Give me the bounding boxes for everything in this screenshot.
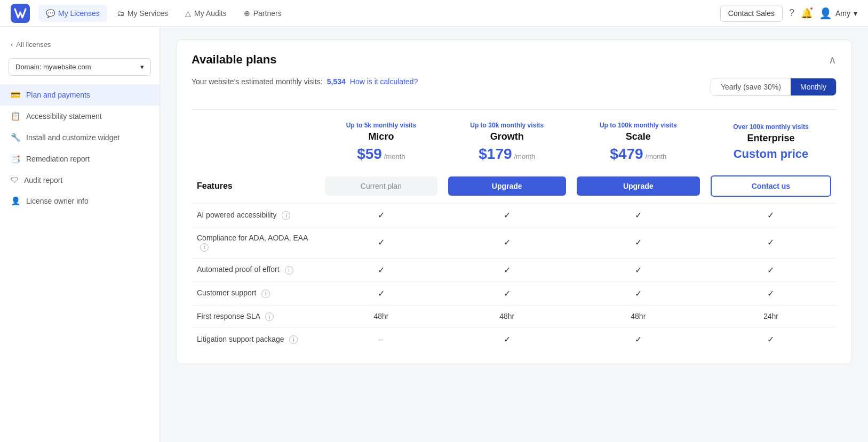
feature-cell-1-0: ✓: [320, 227, 443, 259]
sidebar-item-widget[interactable]: 🔧 Install and customize widget: [0, 127, 160, 148]
avatar-icon: 👤: [819, 7, 832, 20]
nav-links: 💬 My Licenses 🗂 My Services △ My Audits …: [38, 5, 720, 22]
contact-sales-button[interactable]: Contact Sales: [720, 5, 783, 22]
contact-us-button[interactable]: Contact us: [711, 175, 831, 197]
feature-cell-4-0: 48hr: [320, 305, 443, 328]
feature-cell-3-3: ✓: [705, 282, 837, 305]
table-row: Litigation support package i–✓✓✓: [192, 328, 837, 351]
checkmark-icon: ✓: [767, 289, 774, 298]
feature-cell-5-0: –: [320, 328, 443, 351]
audit-icon: 🛡: [11, 175, 19, 184]
feature-cell-2-1: ✓: [443, 258, 571, 282]
user-menu-button[interactable]: 👤 Amy ▾: [819, 7, 857, 20]
table-row: AI powered accessibility i✓✓✓✓: [192, 204, 837, 227]
checkmark-icon: ✓: [635, 238, 642, 247]
sidebar-item-remediation[interactable]: 📑 Remediation report: [0, 148, 160, 170]
checkmark-icon: ✓: [767, 238, 774, 247]
report-icon: 📑: [11, 154, 21, 164]
divider: [192, 109, 837, 110]
nav-my-audits[interactable]: △ My Audits: [178, 5, 234, 22]
feature-cell-0-0: ✓: [320, 204, 443, 227]
feature-cell-2-2: ✓: [571, 258, 705, 282]
checkmark-icon: ✓: [767, 211, 774, 220]
checkmark-icon: ✓: [635, 289, 642, 298]
info-icon[interactable]: i: [200, 243, 209, 252]
checkmark-icon: ✓: [504, 289, 511, 298]
collapse-button[interactable]: ∧: [829, 53, 837, 66]
statement-icon: 📋: [11, 111, 21, 121]
sidebar: ‹ All licenses Domain: mywebsite.com ▾ 💳…: [0, 27, 160, 442]
top-navigation: 💬 My Licenses 🗂 My Services △ My Audits …: [0, 0, 868, 27]
checkmark-icon: ✓: [504, 211, 511, 220]
billing-monthly-option[interactable]: Monthly: [791, 78, 836, 95]
feature-cell-0-1: ✓: [443, 204, 571, 227]
app-logo[interactable]: [11, 4, 30, 23]
checkmark-icon: ✓: [378, 289, 385, 298]
feature-cell-5-2: ✓: [571, 328, 705, 351]
feature-cell-2-3: ✓: [705, 258, 837, 282]
checkmark-icon: ✓: [504, 238, 511, 247]
dash-icon: –: [379, 335, 384, 344]
plan-enterprise-btn-cell: Contact us: [705, 169, 837, 204]
upgrade-growth-button[interactable]: Upgrade: [448, 176, 566, 196]
feature-cell-4-3: 24hr: [705, 305, 837, 328]
feature-cell-3-2: ✓: [571, 282, 705, 305]
feature-cell-0-2: ✓: [571, 204, 705, 227]
how-calculated-link[interactable]: How is it calculated?: [350, 77, 418, 86]
plan-scale-header: Up to 100k monthly visits Scale $479 /mo…: [571, 115, 705, 169]
feature-name-cell: Litigation support package i: [192, 328, 320, 351]
checkmark-icon: ✓: [504, 335, 511, 344]
help-button[interactable]: ?: [789, 7, 794, 19]
feature-name-cell: Customer support i: [192, 282, 320, 305]
checkmark-icon: ✓: [504, 266, 511, 275]
checkmark-icon: ✓: [635, 335, 642, 344]
feature-name-cell: Automated proof of effort i: [192, 258, 320, 282]
feature-cell-4-1: 48hr: [443, 305, 571, 328]
nav-my-licenses[interactable]: 💬 My Licenses: [38, 5, 107, 22]
info-icon[interactable]: i: [265, 312, 274, 321]
help-icon: ?: [789, 7, 794, 18]
nav-my-services[interactable]: 🗂 My Services: [109, 5, 176, 22]
services-icon: 🗂: [117, 9, 124, 18]
checkmark-icon: ✓: [378, 238, 385, 247]
back-arrow-icon: ‹: [11, 41, 13, 49]
features-label-cell: Features: [192, 169, 320, 204]
feature-name-cell: First response SLA i: [192, 305, 320, 328]
checkmark-icon: ✓: [635, 211, 642, 220]
audits-icon: △: [185, 9, 191, 18]
feature-cell-3-0: ✓: [320, 282, 443, 305]
plan-micro-btn-cell: Current plan: [320, 169, 443, 204]
info-icon[interactable]: i: [261, 290, 270, 298]
chevron-down-icon: ▾: [140, 63, 144, 71]
chevron-down-icon: ▾: [854, 9, 857, 18]
back-to-all-licenses[interactable]: ‹ All licenses: [0, 37, 160, 52]
sidebar-item-audit[interactable]: 🛡 Audit report: [0, 170, 160, 190]
table-row: Compliance for ADA, AODA, EAA i✓✓✓✓: [192, 227, 837, 259]
info-icon[interactable]: i: [282, 211, 290, 220]
billing-toggle: Yearly (save 30%) Monthly: [711, 78, 837, 96]
domain-selector[interactable]: Domain: mywebsite.com ▾: [9, 58, 151, 76]
plan-enterprise-header: Over 100k monthly visits Enterprise Cust…: [705, 115, 837, 169]
feature-cell-1-2: ✓: [571, 227, 705, 259]
billing-yearly-option[interactable]: Yearly (save 30%): [711, 78, 791, 95]
upgrade-scale-button[interactable]: Upgrade: [577, 176, 700, 196]
feature-cell-5-3: ✓: [705, 328, 837, 351]
nav-partners[interactable]: ⊕ Partners: [236, 5, 289, 22]
table-row: Customer support i✓✓✓✓: [192, 282, 837, 305]
sidebar-item-plan[interactable]: 💳 Plan and payments: [0, 84, 160, 106]
feature-cell-2-0: ✓: [320, 258, 443, 282]
info-icon[interactable]: i: [285, 266, 293, 275]
licenses-icon: 💬: [46, 9, 55, 18]
feature-cell-1-1: ✓: [443, 227, 571, 259]
nav-right: Contact Sales ? 🔔 👤 Amy ▾: [720, 5, 857, 22]
info-icon[interactable]: i: [289, 335, 298, 344]
checkmark-icon: ✓: [767, 266, 774, 275]
notifications-button[interactable]: 🔔: [801, 7, 813, 19]
page-layout: ‹ All licenses Domain: mywebsite.com ▾ 💳…: [0, 27, 868, 442]
plans-header: Available plans ∧: [192, 53, 837, 67]
feature-cell-5-1: ✓: [443, 328, 571, 351]
sidebar-item-accessibility[interactable]: 📋 Accessibility statement: [0, 106, 160, 127]
feature-cell-0-3: ✓: [705, 204, 837, 227]
sidebar-item-owner[interactable]: 👤 License owner info: [0, 190, 160, 212]
visit-info: Your website's estimated monthly visits:…: [192, 77, 418, 86]
